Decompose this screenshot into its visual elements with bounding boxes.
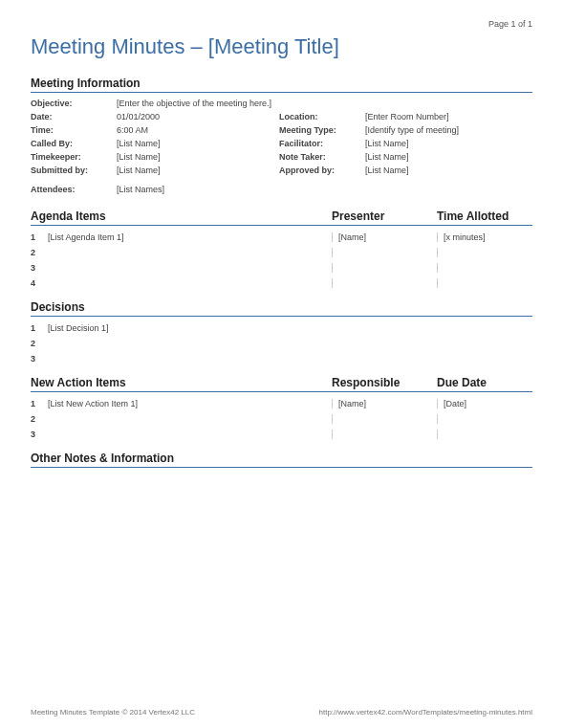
table-row: 2 [31,336,532,351]
table-row: 4 [31,276,532,291]
row-time: [x minutes] [437,232,532,242]
column-header: Due Date [437,376,532,389]
section-heading-other: Other Notes & Information [31,452,532,468]
table-row: 1 [List Agenda Item 1] [Name] [x minutes… [31,230,532,245]
column-header: Responsible [332,376,437,389]
info-label: Approved by: [279,165,365,175]
row-number: 1 [31,323,48,333]
info-label: Timekeeper: [31,152,117,162]
actions-table: 1 [List New Action Item 1] [Name] [Date]… [31,396,532,442]
info-label: Note Taker: [279,152,365,162]
row-desc [48,430,337,439]
info-value: [List Name] [117,139,279,148]
row-desc [48,248,337,257]
row-desc: [List Decision 1] [48,323,532,333]
row-due [437,430,532,439]
info-label: Time: [31,125,117,135]
row-presenter: [Name] [332,232,437,242]
info-row: Timekeeper: [List Name] Note Taker: [Lis… [31,150,532,164]
document-title: Meeting Minutes – [Meeting Title] [31,34,532,59]
table-row: 1 [List New Action Item 1] [Name] [Date] [31,396,532,411]
row-due [437,414,532,424]
row-desc [48,263,337,273]
row-responsible: [Name] [332,399,437,408]
section-heading-decisions: Decisions [31,300,532,317]
row-number: 1 [31,232,48,242]
page-number: Page 1 of 1 [31,19,532,29]
row-time [437,278,532,288]
heading-text: Meeting Information [31,77,532,90]
footer: Meeting Minutes Template © 2014 Vertex42… [31,702,532,717]
row-number: 3 [31,354,48,364]
row-due: [Date] [437,399,532,408]
agenda-table: 1 [List Agenda Item 1] [Name] [x minutes… [31,230,532,291]
info-value: [List Name] [117,165,279,175]
info-label: Submitted by: [31,165,117,175]
info-value: [List Name] [365,152,532,162]
row-desc [48,278,337,288]
heading-text: Other Notes & Information [31,452,532,465]
row-number: 4 [31,278,48,288]
info-row: Submitted by: [List Name] Approved by: [… [31,164,532,177]
row-number: 1 [31,399,48,408]
row-responsible [332,414,437,424]
row-desc: [List Agenda Item 1] [48,232,337,242]
heading-text: New Action Items [31,376,332,389]
row-number: 3 [31,430,48,439]
table-row: 2 [31,245,532,260]
info-value: [List Name] [365,139,532,148]
info-row: Time: 6:00 AM Meeting Type: [Identify ty… [31,123,532,137]
info-label: Meeting Type: [279,125,365,135]
heading-text: Agenda Items [31,210,332,223]
info-value: [List Name] [117,152,279,162]
row-presenter [332,248,437,257]
section-heading-actions: New Action Items Responsible Due Date [31,376,532,392]
info-table: Objective: [Enter the objective of the m… [31,97,532,196]
row-number: 2 [31,414,48,424]
table-row: 1 [List Decision 1] [31,320,532,336]
info-value: 01/01/2000 [117,112,279,121]
info-value: [List Name] [365,165,532,175]
info-label: Attendees: [31,185,117,194]
footer-left: Meeting Minutes Template © 2014 Vertex42… [31,708,195,717]
row-presenter [332,263,437,273]
info-row: Objective: [Enter the objective of the m… [31,97,532,110]
column-header: Time Allotted [437,210,532,223]
info-value: 6:00 AM [117,125,279,135]
row-time [437,248,532,257]
info-label: Called By: [31,139,117,148]
info-label: Objective: [31,99,117,108]
row-responsible [332,430,437,439]
info-label: Date: [31,112,117,121]
info-row: Attendees: [List Names] [31,183,532,196]
row-number: 3 [31,263,48,273]
row-desc: [List New Action Item 1] [48,399,337,408]
column-header: Presenter [332,210,437,223]
row-number: 2 [31,339,48,348]
row-desc [48,414,337,424]
table-row: 3 [31,260,532,276]
row-desc [48,354,532,364]
info-row: Called By: [List Name] Facilitator: [Lis… [31,137,532,150]
info-label: Location: [279,112,365,121]
row-time [437,263,532,273]
document-page: Page 1 of 1 Meeting Minutes – [Meeting T… [0,0,563,728]
section-heading-agenda: Agenda Items Presenter Time Allotted [31,210,532,226]
info-value: [List Names] [117,185,279,194]
info-value: [Enter the objective of the meeting here… [117,99,532,108]
info-value: [Enter Room Number] [365,112,532,121]
decisions-table: 1 [List Decision 1] 2 3 [31,320,532,366]
info-label: Facilitator: [279,139,365,148]
info-row: Date: 01/01/2000 Location: [Enter Room N… [31,110,532,123]
table-row: 2 [31,411,532,427]
table-row: 3 [31,351,532,366]
info-value: [Identify type of meeting] [365,125,532,135]
heading-text: Decisions [31,300,532,314]
row-number: 2 [31,248,48,257]
row-presenter [332,278,437,288]
section-heading-info: Meeting Information [31,77,532,93]
row-desc [48,339,532,348]
footer-right: http://www.vertex42.com/WordTemplates/me… [319,708,533,717]
table-row: 3 [31,427,532,442]
